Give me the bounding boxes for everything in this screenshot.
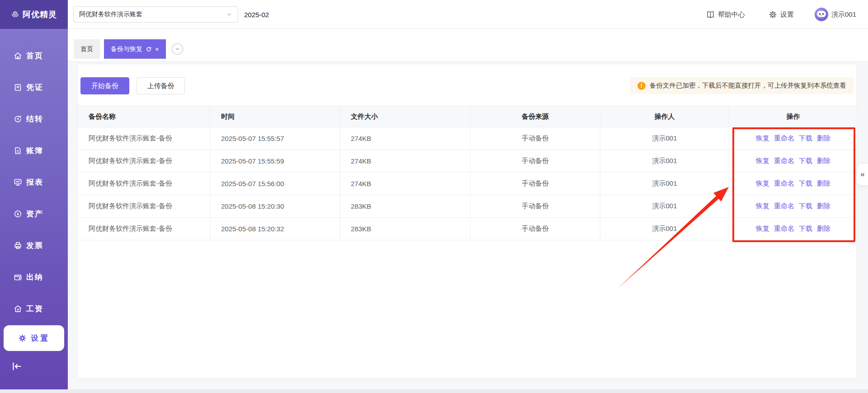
delete-link[interactable]: 删除 — [817, 157, 830, 164]
download-link[interactable]: 下载 — [799, 179, 812, 187]
col-header-size: 文件大小 — [340, 106, 471, 127]
svg-text:¥: ¥ — [17, 211, 19, 216]
rename-link[interactable]: 重命名 — [774, 225, 794, 232]
delete-link[interactable]: 删除 — [817, 179, 830, 187]
cell-operator: 演示001 — [600, 150, 729, 173]
cashier-icon — [14, 273, 22, 281]
col-header-operator: 操作人 — [600, 106, 729, 127]
settings-button[interactable]: 设置 — [769, 10, 794, 19]
topbar-right: 帮助中心 设置 演示001 — [706, 0, 856, 29]
download-link[interactable]: 下载 — [799, 202, 812, 210]
cell-name: 阿优财务软件演示账套-备份 — [78, 150, 210, 173]
voucher-icon — [14, 83, 22, 92]
user-name: 演示001 — [831, 10, 856, 19]
table-row: 阿优财务软件演示账套-备份2025-05-08 15:20:32283KB手动备… — [78, 218, 858, 240]
cell-source: 手动备份 — [471, 195, 600, 218]
table-row: 阿优财务软件演示账套-备份2025-05-07 15:55:59274KB手动备… — [78, 150, 858, 173]
rename-link[interactable]: 重命名 — [774, 179, 794, 187]
report-icon — [14, 178, 22, 187]
warning-icon: ! — [637, 82, 646, 90]
notice-text: 备份文件已加密，下载后不能直接打开，可上传并恢复到本系统查看 — [650, 81, 846, 90]
sidebar-item-label: 资产 — [26, 209, 43, 219]
cell-size: 283KB — [340, 195, 471, 218]
svg-text:¥: ¥ — [17, 117, 19, 121]
cell-time: 2025-05-08 15:20:30 — [210, 195, 340, 218]
cell-operator: 演示001 — [600, 173, 729, 195]
sidebar-collapse-button[interactable] — [11, 360, 23, 372]
cell-actions: 恢复重命名下载删除 — [729, 150, 858, 173]
sidebar-item-report[interactable]: 报表 — [0, 166, 68, 198]
cell-source: 手动备份 — [471, 173, 600, 195]
sidebar-item-label: 报表 — [26, 177, 43, 187]
start-backup-button[interactable]: 开始备份 — [80, 77, 129, 94]
sidebar-item-label: 账簿 — [26, 145, 43, 156]
sidebar-item-salary[interactable]: ¥ 工资 — [0, 293, 68, 324]
tab-backup-restore[interactable]: 备份与恢复 × — [104, 39, 166, 59]
col-header-source: 备份来源 — [471, 106, 600, 127]
cell-actions: 恢复重命名下载删除 — [729, 195, 858, 218]
delete-link[interactable]: 删除 — [817, 202, 830, 210]
delete-link[interactable]: 删除 — [817, 134, 830, 142]
cell-time: 2025-05-07 15:56:00 — [210, 173, 340, 195]
refresh-icon[interactable] — [146, 46, 152, 52]
help-center-button[interactable]: 帮助中心 — [706, 10, 745, 19]
restore-link[interactable]: 恢复 — [756, 225, 769, 232]
cell-operator: 演示001 — [600, 218, 729, 240]
close-tab-icon[interactable]: × — [155, 46, 159, 52]
brand-name: 阿优精灵 — [23, 9, 57, 20]
download-link[interactable]: 下载 — [799, 225, 812, 232]
account-select[interactable]: 阿优财务软件演示账套 — [73, 6, 238, 23]
upload-backup-button[interactable]: 上传备份 — [137, 77, 185, 94]
restore-link[interactable]: 恢复 — [756, 157, 769, 164]
restore-link[interactable]: 恢复 — [756, 179, 769, 187]
rename-link[interactable]: 重命名 — [774, 134, 794, 142]
sidebar-item-cashier[interactable]: 出纳 — [0, 261, 68, 293]
sidebar-item-label: 出纳 — [26, 272, 43, 282]
rename-link[interactable]: 重命名 — [774, 157, 794, 164]
right-panel-toggle[interactable]: « — [857, 163, 868, 186]
chevron-down-icon — [175, 46, 180, 52]
gear-icon — [769, 10, 777, 19]
download-link[interactable]: 下载 — [799, 134, 812, 142]
sidebar-item-label: 设置 — [31, 333, 50, 343]
user-menu[interactable]: 演示001 — [815, 8, 856, 21]
col-header-name: 备份名称 — [78, 106, 210, 127]
table-row: 阿优财务软件演示账套-备份2025-05-07 15:56:00274KB手动备… — [78, 173, 858, 195]
tab-list-dropdown-button[interactable] — [172, 43, 183, 55]
chevron-down-icon — [226, 11, 232, 18]
cell-source: 手动备份 — [471, 218, 600, 240]
cell-source: 手动备份 — [471, 127, 600, 150]
delete-link[interactable]: 删除 — [817, 225, 830, 232]
help-center-label: 帮助中心 — [718, 10, 745, 19]
svg-text:¥: ¥ — [17, 307, 19, 311]
restore-link[interactable]: 恢复 — [756, 134, 769, 142]
brand-logo: 阿优精灵 — [0, 0, 68, 29]
sidebar-item-label: 首页 — [26, 51, 43, 61]
sidebar-item-invoice[interactable]: 发票 — [0, 229, 68, 261]
rename-link[interactable]: 重命名 — [774, 202, 794, 210]
sidebar-item-label: 结转 — [26, 114, 43, 124]
cell-time: 2025-05-08 15:20:32 — [210, 218, 340, 240]
coin-logo-icon — [11, 10, 19, 19]
cell-actions: 恢复重命名下载删除 — [729, 173, 858, 195]
tab-home[interactable]: 首页 — [74, 39, 100, 59]
sidebar-item-carryover[interactable]: ¥ 结转 — [0, 103, 68, 135]
cell-name: 阿优财务软件演示账套-备份 — [78, 195, 210, 218]
home-icon — [14, 51, 22, 60]
sidebar-item-asset[interactable]: ¥ 资产 — [0, 198, 68, 229]
sidebar-item-home[interactable]: 首页 — [0, 40, 68, 71]
restore-link[interactable]: 恢复 — [756, 202, 769, 210]
gear-icon — [18, 334, 27, 342]
table-body: 阿优财务软件演示账套-备份2025-05-07 15:55:57274KB手动备… — [78, 127, 858, 240]
download-link[interactable]: 下载 — [799, 157, 812, 164]
period-selector[interactable]: 2025-02 — [244, 0, 269, 29]
sidebar-item-voucher[interactable]: 凭证 — [0, 71, 68, 103]
sidebar-item-label: 工资 — [26, 304, 43, 314]
collapse-left-icon — [11, 360, 23, 372]
carryover-icon: ¥ — [14, 115, 22, 123]
sidebar-item-settings[interactable]: 设置 — [4, 325, 64, 351]
sidebar-menu: 首页 凭证 ¥ 结转 账簿 报表 ¥ 资产 发票 出纳 — [0, 29, 68, 324]
cell-size: 274KB — [340, 150, 471, 173]
sidebar-item-ledger[interactable]: 账簿 — [0, 135, 68, 166]
cell-source: 手动备份 — [471, 150, 600, 173]
